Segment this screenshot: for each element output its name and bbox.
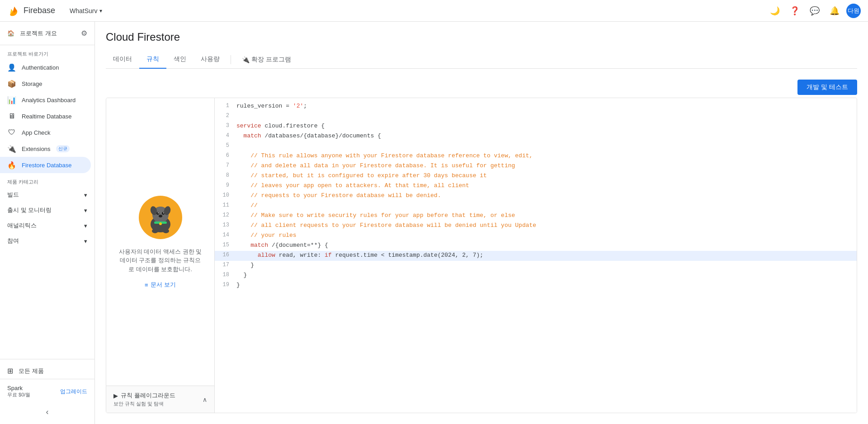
sidebar-categories-section: 제품 카테고리 빌드 ▾ 출시 및 모니터링 ▾ 애널리틱스 ▾ 참여 ▾ bbox=[0, 173, 94, 249]
info-panel-body: 사용자의 데이터 액세스 권한 및 데이터 구조를 정의하는 규칙으로 데이터를… bbox=[106, 98, 214, 386]
code-line-7: 7 // and delete all data in your Firesto… bbox=[215, 161, 857, 171]
settings-icon[interactable]: ⚙ bbox=[81, 29, 87, 38]
page-title: Cloud Firestore bbox=[106, 31, 857, 43]
tab-data[interactable]: 데이터 bbox=[106, 51, 139, 69]
sidebar-item-firestore[interactable]: 🔥 Firestore Database bbox=[0, 157, 91, 173]
chevron-left-icon: ‹ bbox=[46, 407, 49, 417]
dark-mode-toggle[interactable]: 🌙 bbox=[767, 3, 783, 19]
project-name: WhatSurv bbox=[70, 7, 97, 14]
app-check-icon: 🛡 bbox=[7, 128, 16, 137]
sidebar-item-realtime-db[interactable]: 🖥 Realtime Database bbox=[0, 108, 91, 124]
main-content: Cloud Firestore 데이터 규칙 색인 사용량 🔌 확장 프로그램 bbox=[95, 22, 868, 424]
sidebar-storage-label: Storage bbox=[22, 80, 42, 87]
sidebar-category-analytics[interactable]: 애널리틱스 ▾ bbox=[0, 218, 94, 233]
grid-icon: ⊞ bbox=[7, 367, 13, 375]
sidebar-item-analytics[interactable]: 📊 Analytics Dashboard bbox=[0, 92, 91, 108]
project-selector[interactable]: WhatSurv ▾ bbox=[66, 5, 105, 16]
sidebar-item-app-check[interactable]: 🛡 App Check bbox=[0, 124, 91, 141]
tab-extensions[interactable]: 🔌 확장 프로그램 bbox=[235, 51, 298, 68]
playground-footer[interactable]: ▶ 규칙 플레이그라운드 보안 규칙 실험 및 탐색 ∧ bbox=[106, 386, 214, 413]
upgrade-button[interactable]: 업그레이드 bbox=[60, 388, 87, 396]
rules-panel: 사용자의 데이터 액세스 권한 및 데이터 구조를 정의하는 규칙으로 데이터를… bbox=[106, 98, 857, 413]
sidebar-shortcuts-section: 프로젝트 바로가기 👤 Authentication 📦 Storage 📊 A… bbox=[0, 45, 94, 173]
help-button[interactable]: ❓ bbox=[787, 3, 803, 19]
code-line-9: 9 // leaves your app open to attackers. … bbox=[215, 181, 857, 191]
line-content: } bbox=[236, 271, 857, 280]
doc-link[interactable]: ≡ 문서 보기 bbox=[145, 281, 176, 289]
firebase-logo[interactable]: Firebase bbox=[7, 5, 55, 17]
menu-icon: ≡ bbox=[145, 282, 148, 288]
svg-point-8 bbox=[163, 212, 164, 213]
sidebar-top: 🏠 프로젝트 개요 ⚙ bbox=[0, 22, 94, 45]
line-content: rules_version = '2'; bbox=[236, 102, 857, 111]
sidebar-home-label: 프로젝트 개요 bbox=[20, 29, 57, 38]
sidebar-category-engage[interactable]: 참여 ▾ bbox=[0, 233, 94, 249]
line-content: // and delete all data in your Firestore… bbox=[236, 161, 857, 171]
build-label: 빌드 bbox=[7, 191, 19, 199]
code-line-5: 5 bbox=[215, 141, 857, 151]
chevron-down-analytics-icon: ▾ bbox=[84, 222, 87, 229]
line-number: 8 bbox=[215, 171, 236, 180]
line-number: 16 bbox=[215, 251, 236, 259]
tab-usage[interactable]: 사용량 bbox=[193, 51, 227, 69]
chevron-up-icon: ∧ bbox=[203, 396, 207, 403]
code-line-8: 8 // started, but it is configured to ex… bbox=[215, 171, 857, 181]
chevron-down-icon: ▾ bbox=[99, 8, 102, 14]
sidebar-item-extensions[interactable]: 🔌 Extensions 신규 bbox=[0, 141, 91, 157]
line-content: allow read, write: if request.time < tim… bbox=[236, 251, 857, 260]
deploy-button[interactable]: 개발 및 테스트 bbox=[797, 80, 857, 95]
sidebar-home[interactable]: 🏠 프로젝트 개요 ⚙ bbox=[0, 25, 94, 41]
firebase-flame-icon bbox=[7, 5, 20, 17]
extension-tab-icon: 🔌 bbox=[242, 56, 250, 63]
code-editor[interactable]: 1rules_version = '2';23service cloud.fir… bbox=[215, 98, 857, 413]
svg-point-12 bbox=[152, 229, 158, 233]
line-number: 3 bbox=[215, 122, 236, 130]
code-line-4: 4 match /databases/{database}/documents … bbox=[215, 132, 857, 141]
sidebar-item-storage[interactable]: 📦 Storage bbox=[0, 75, 91, 92]
spark-plan: Spark 무료 $0/월 업그레이드 bbox=[0, 379, 94, 404]
tab-index[interactable]: 색인 bbox=[166, 51, 193, 69]
sidebar-category-release[interactable]: 출시 및 모니터링 ▾ bbox=[0, 203, 94, 218]
line-content: // Make sure to write security rules for… bbox=[236, 211, 857, 221]
home-icon: 🏠 bbox=[7, 30, 14, 37]
sidebar-authentication-label: Authentication bbox=[22, 64, 59, 71]
line-number: 7 bbox=[215, 161, 236, 170]
chat-button[interactable]: 💬 bbox=[807, 3, 823, 19]
sidebar-category-build[interactable]: 빌드 ▾ bbox=[0, 187, 94, 203]
tab-rules[interactable]: 규칙 bbox=[139, 51, 166, 69]
line-number: 6 bbox=[215, 151, 236, 160]
user-avatar[interactable]: 다원 bbox=[846, 4, 861, 18]
sidebar-realtime-label: Realtime Database bbox=[22, 113, 72, 120]
code-line-18: 18 } bbox=[215, 271, 857, 281]
svg-point-13 bbox=[163, 229, 169, 233]
line-number: 14 bbox=[215, 231, 236, 240]
analytics-icon: 📊 bbox=[7, 96, 16, 104]
sidebar: 🏠 프로젝트 개요 ⚙ 프로젝트 바로가기 👤 Authentication 📦… bbox=[0, 22, 95, 424]
code-line-11: 11 // bbox=[215, 201, 857, 211]
rules-content: 개발 및 테스트 bbox=[95, 69, 868, 424]
line-number: 18 bbox=[215, 271, 236, 279]
playground-title: ▶ 규칙 플레이그라운드 bbox=[113, 391, 175, 400]
all-products-item[interactable]: ⊞ 모든 제품 bbox=[0, 363, 94, 379]
code-line-2: 2 bbox=[215, 112, 857, 122]
plan-name: Spark bbox=[7, 385, 30, 391]
line-number: 5 bbox=[215, 141, 236, 150]
code-line-10: 10 // requests to your Firestore databas… bbox=[215, 191, 857, 201]
sidebar-bottom: ⊞ 모든 제품 Spark 무료 $0/월 업그레이드 ‹ bbox=[0, 359, 94, 424]
sidebar-extensions-label: Extensions bbox=[22, 146, 51, 152]
engage-label: 참여 bbox=[7, 237, 19, 245]
notifications-button[interactable]: 🔔 bbox=[826, 3, 843, 19]
chevron-down-engage-icon: ▾ bbox=[84, 238, 87, 245]
line-number: 13 bbox=[215, 221, 236, 230]
line-content: // This rule allows anyone with your Fir… bbox=[236, 151, 857, 161]
tabs: 데이터 규칙 색인 사용량 🔌 확장 프로그램 bbox=[106, 51, 857, 69]
sidebar-item-authentication[interactable]: 👤 Authentication bbox=[0, 59, 91, 75]
firestore-icon: 🔥 bbox=[7, 161, 16, 170]
code-line-16: 16 allow read, write: if request.time < … bbox=[215, 251, 857, 261]
sidebar-firestore-label: Firestore Database bbox=[22, 162, 72, 169]
code-line-6: 6 // This rule allows anyone with your F… bbox=[215, 151, 857, 161]
collapse-sidebar-button[interactable]: ‹ bbox=[0, 404, 94, 420]
code-line-17: 17 } bbox=[215, 261, 857, 271]
authentication-icon: 👤 bbox=[7, 63, 16, 72]
sidebar-appcheck-label: App Check bbox=[22, 129, 51, 136]
